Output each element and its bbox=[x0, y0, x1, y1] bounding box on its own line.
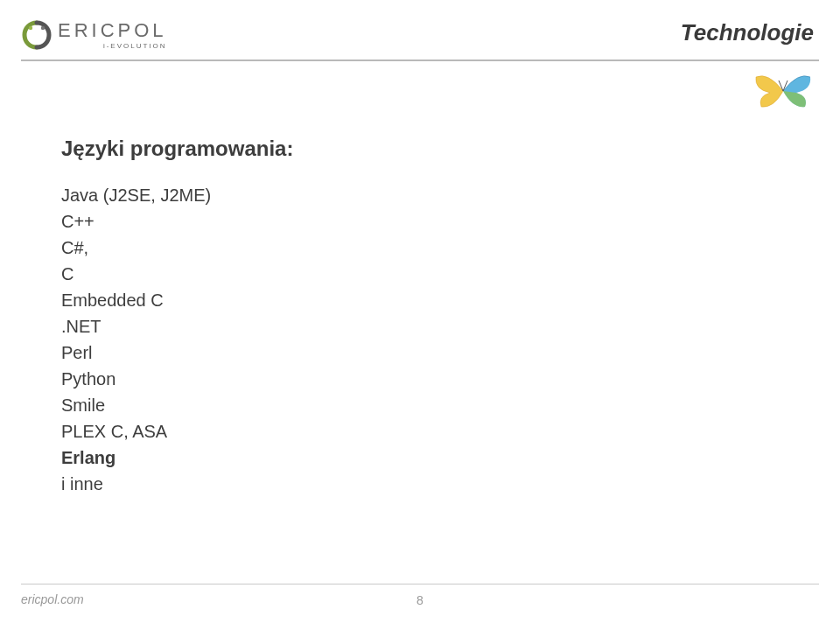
logo-text: ERICPOL bbox=[58, 21, 167, 40]
footer-site: ericpol.com bbox=[21, 592, 84, 606]
header: ERICPOL i-EVOLUTION Technologie bbox=[0, 0, 840, 70]
content-heading: Języki programowania: bbox=[61, 136, 293, 161]
svg-point-1 bbox=[41, 26, 45, 30]
logo-mark-icon bbox=[21, 19, 52, 51]
logo-subtext: i-EVOLUTION bbox=[58, 42, 167, 50]
header-divider bbox=[21, 60, 819, 61]
logo-text-block: ERICPOL i-EVOLUTION bbox=[58, 21, 167, 50]
logo: ERICPOL i-EVOLUTION bbox=[21, 19, 167, 51]
list-item: C#, bbox=[61, 234, 293, 261]
list-item: Perl bbox=[61, 340, 293, 366]
footer: ericpol.com 8 bbox=[21, 584, 819, 607]
content: Języki programowania: Java (J2SE, J2ME) … bbox=[61, 136, 293, 497]
list-item: Java (J2SE, J2ME) bbox=[61, 182, 293, 208]
list-item: i inne bbox=[61, 471, 293, 497]
list-item: PLEX C, ASA bbox=[61, 418, 293, 444]
language-list: Java (J2SE, J2ME) C++ C#, C Embedded C .… bbox=[61, 182, 293, 497]
slide: ERICPOL i-EVOLUTION Technologie Języki p… bbox=[0, 0, 840, 630]
butterfly-icon bbox=[752, 70, 814, 116]
page-title: Technologie bbox=[681, 19, 814, 46]
footer-page-number: 8 bbox=[416, 593, 424, 607]
list-item: Smile bbox=[61, 392, 293, 418]
list-item: C++ bbox=[61, 208, 293, 234]
list-item: C bbox=[61, 261, 293, 287]
list-item: Erlang bbox=[61, 444, 293, 471]
footer-divider bbox=[21, 584, 819, 584]
list-item: Embedded C bbox=[61, 287, 293, 313]
list-item: .NET bbox=[61, 313, 293, 340]
list-item: Python bbox=[61, 366, 293, 392]
svg-point-0 bbox=[29, 26, 32, 30]
